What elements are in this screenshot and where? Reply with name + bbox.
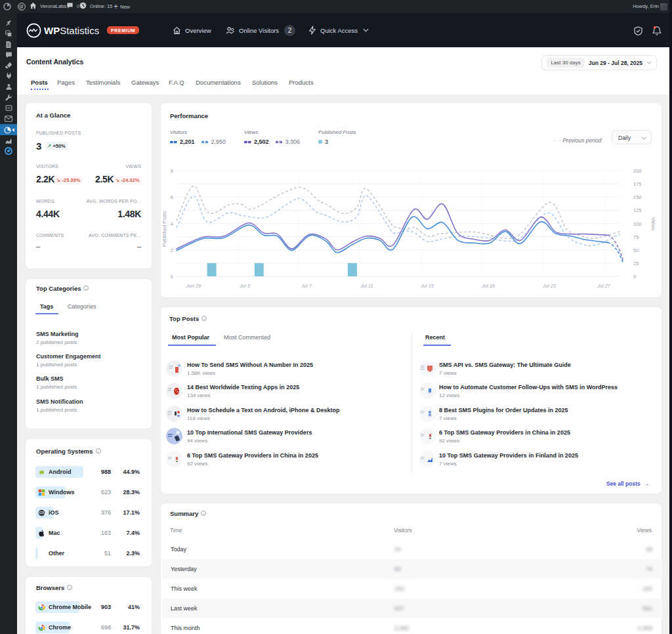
svg-text:Jul 23: Jul 23 xyxy=(542,283,556,289)
svg-text:150: 150 xyxy=(633,194,642,200)
svg-text:iOS: iOS xyxy=(39,511,45,515)
svg-text:Views: Views xyxy=(650,217,656,230)
svg-text:Jul 7: Jul 7 xyxy=(301,283,312,289)
svg-text:Jul 19: Jul 19 xyxy=(481,283,495,289)
svg-text:100: 100 xyxy=(633,221,642,227)
svg-text:125: 125 xyxy=(633,207,642,213)
svg-text:Jun 29: Jun 29 xyxy=(186,283,201,289)
svg-text:4: 4 xyxy=(171,221,173,227)
svg-text:6: 6 xyxy=(171,194,173,200)
svg-text:Jul 11: Jul 11 xyxy=(360,283,373,289)
svg-text:8: 8 xyxy=(171,168,173,174)
svg-text:Jul 27: Jul 27 xyxy=(597,283,611,289)
svg-text:0: 0 xyxy=(171,274,173,280)
svg-text:50: 50 xyxy=(633,247,639,253)
svg-text:Jul 15: Jul 15 xyxy=(420,283,434,289)
svg-text:Published Posts: Published Posts xyxy=(161,211,167,247)
svg-text:75: 75 xyxy=(633,234,639,240)
svg-text:0: 0 xyxy=(633,274,636,280)
svg-text:175: 175 xyxy=(633,181,642,187)
svg-text:Jul 3: Jul 3 xyxy=(239,283,251,289)
svg-text:2: 2 xyxy=(171,247,173,253)
svg-text:25: 25 xyxy=(633,261,639,266)
svg-text:200: 200 xyxy=(633,168,642,174)
